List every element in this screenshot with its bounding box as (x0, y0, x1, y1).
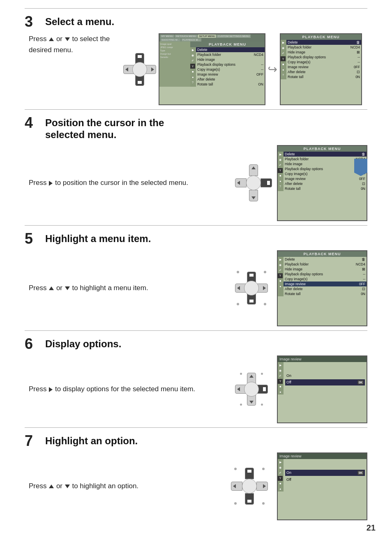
tab-playback: PLAYBACK M... (181, 38, 201, 42)
pb4-icon-2: ◉ (278, 157, 283, 162)
step-4-number: 4 (25, 115, 45, 130)
s-row-hide: Hide image⊠ (286, 50, 361, 55)
dpad4-left (235, 178, 247, 187)
playback-screen-4: PLAYBACK MENU ▶ ◉ ✐ Y ■ ● ? Delete🗑 (277, 145, 367, 221)
playback-menu-title: PLAYBACK MENU (190, 42, 265, 47)
icon-7: ? (190, 80, 195, 85)
s-icon-3: ✐ (281, 51, 286, 56)
off-label-6: Off (286, 380, 291, 385)
section-4-body: Press to position the cursor in the sele… (25, 145, 367, 221)
step-3-title: Select a menu. (45, 16, 114, 28)
s-row-folder: Playback folderNCD4 (286, 45, 361, 50)
pb5-row-copy: Copy image(s)-- (284, 277, 367, 282)
pb4-icon-7: ? (278, 184, 283, 189)
on-label-7: On (286, 471, 291, 475)
review-icons-7: ▶ ◉ ✐ Y ■ ● (278, 459, 284, 492)
pb5-icon-2: ◉ (278, 263, 283, 268)
step-3-instruction: Press or to select the desired menu. (29, 33, 119, 55)
s-icon-7: ? (281, 72, 286, 77)
pb5-row-rotate: Rotate tall0N (284, 291, 367, 296)
s-row-display: Playback display options-- (286, 55, 361, 60)
right-menu-screen: PLAYBACK MENU ▶ ◉ ✐ Y ■ ● (190, 42, 265, 87)
pb5-row-after: After delete⊡ (284, 286, 367, 291)
section-4-header: 4 Position the cursor in the selected me… (25, 117, 367, 141)
dpad7-left (231, 482, 242, 491)
tab-shooting: SHOOTING M... (160, 38, 181, 42)
pb4-row-hide: Hide image⊠ (284, 162, 367, 166)
step-3-number: 3 (25, 14, 45, 29)
icon-6: ● (190, 74, 195, 79)
option-on-6: On (285, 373, 365, 378)
dpad7-right (256, 482, 268, 491)
pb5-row-delete: Delete🗑 (284, 257, 367, 262)
s-row-rotate: Rotate tall0N (286, 74, 361, 79)
image-review-screen-7: Image review ▶ ◉ ✐ Y ■ ● (277, 452, 367, 520)
pb4-row-delete: Delete🗑 (284, 152, 367, 157)
dpad4-center (246, 175, 261, 190)
ri7-icon-4: Y (278, 476, 283, 481)
left-menu-column: Image qual JPEG compr Type Assign but Se… (159, 42, 190, 87)
s-icon-6: ● (281, 67, 286, 72)
ri7-icon-5: ■ (278, 481, 283, 486)
section-6: 6 Display options. Press to display opti… (25, 330, 367, 427)
option-off-7: Off (285, 477, 365, 482)
step-6-title: Display options. (45, 338, 121, 350)
menu-content: Image qual JPEG compr Type Assign but Se… (159, 42, 265, 87)
left-item-3: Type (160, 49, 189, 52)
left-item-2: JPEG compr (160, 46, 189, 49)
pb4-row-copy: Copy image(s)-- (284, 171, 367, 176)
ri7-icon-6: ● (278, 487, 283, 492)
menu-row-copy: Copy image(s)-- (196, 67, 265, 72)
dpad-controller-3 (123, 53, 156, 86)
s-row-review: Image review0FF (286, 65, 361, 69)
s-icon-5: ■ (281, 62, 286, 67)
menu-rows-right: Delete Playback folderNCD4 Hide image Pl… (196, 47, 265, 87)
single-icons: ▶ ◉ ✐ Y ■ ● ? (281, 40, 286, 79)
menu-tabs: MY MENU RETOUCH MENU SETUP MENU CUSTOM S… (159, 34, 265, 42)
pb5-title: PLAYBACK MENU (278, 251, 367, 257)
ri6-icon-2: ◉ (278, 368, 283, 373)
curve-arrow: ↩ (268, 62, 277, 76)
ri7-icon-1: ▶ (278, 460, 283, 465)
pb5-icon-4: Y (278, 273, 283, 278)
pb5-row-display: Playback display options-- (284, 272, 367, 277)
section-5-visuals: PLAYBACK MENU ▶ ◉ ✐ Y ■ ● Delete🗑 Pla (231, 250, 367, 326)
s-row-delete: Delete🗑 (286, 40, 361, 45)
dpad-center (132, 62, 147, 77)
step-5-title: Highlight a menu item. (45, 233, 151, 245)
off-label-7: Off (286, 478, 291, 482)
icon-4: Y (190, 64, 195, 69)
step-7-title: Highlight an option. (45, 435, 138, 447)
s-row-copy: Copy image(s)-- (286, 60, 361, 65)
dpad4-up (249, 164, 258, 176)
review-title-7: Image review (278, 453, 367, 459)
dpad7-up (245, 468, 254, 479)
option-off-6: Off 0K (285, 379, 365, 385)
section-4-visuals: PLAYBACK MENU ▶ ◉ ✐ Y ■ ● ? Delete🗑 (235, 145, 367, 221)
review-body-6: ▶ ◉ ✐ Y ■ ● On Off 0K (278, 362, 367, 395)
pb4-icon-1: ▶ (278, 152, 283, 157)
tab-my-menu: MY MENU (160, 35, 174, 38)
pb5-icon-3: ✐ (278, 268, 283, 273)
pb4-icon-4: Y (278, 168, 283, 173)
menu-row-image-review: Image reviewOFF (196, 72, 265, 77)
section-7-body: Press or to highlight an option. (25, 452, 367, 520)
section-3-visuals: MY MENU RETOUCH MENU SETUP MENU CUSTOM S… (123, 33, 367, 105)
pb5-icon-5: ■ (278, 279, 283, 284)
section-4: 4 Position the cursor in the selected me… (25, 109, 367, 225)
tab-retouch: RETOUCH MENU (175, 35, 197, 38)
section-5: 5 Highlight a menu item. Press or to hig… (25, 225, 367, 330)
dpad-7 (231, 468, 268, 505)
pb5-sidebar: ▶ ◉ ✐ Y ■ ● Delete🗑 Playback folderNCD4 … (278, 257, 367, 296)
single-rows: Delete🗑 Playback folderNCD4 Hide image⊠ … (286, 40, 361, 79)
menu-row-delete: Delete (196, 47, 265, 52)
pb4-row-review: Image review0FF (284, 176, 367, 181)
step-5-number: 5 (25, 231, 45, 246)
option-empty-6 (285, 364, 365, 372)
ri6-icon-3: ✐ (278, 374, 283, 378)
menu-sidebar: ▶ ◉ ✐ Y ■ ● ? Delete (190, 47, 265, 87)
pb4-icon-3: ✐ (278, 163, 283, 168)
pb4-sidebar: ▶ ◉ ✐ Y ■ ● ? Delete🗑 Playback folderNCD… (278, 152, 367, 191)
pb4-icon-6: ● (278, 179, 283, 184)
section-7-visuals: Image review ▶ ◉ ✐ Y ■ ● (227, 452, 367, 520)
